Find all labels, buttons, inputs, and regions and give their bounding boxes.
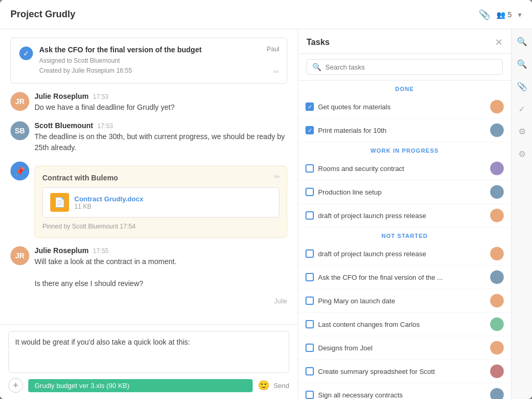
task-item-avatar: [490, 317, 504, 331]
tasks-section-label: NOT STARTED: [298, 227, 511, 242]
message-time: 17:55: [93, 247, 108, 255]
file-name: Contract Grudly.docx: [74, 195, 271, 203]
file-size: 11 KB: [74, 203, 271, 210]
task-item-label: Print materials for 10th: [318, 127, 486, 134]
task-item[interactable]: Designs from Joel: [298, 336, 511, 360]
chevron-down-icon[interactable]: ▾: [518, 10, 522, 19]
task-check-circle: ✓: [19, 47, 33, 60]
pinned-edit-icon[interactable]: ✏: [274, 173, 280, 181]
edit-icon[interactable]: ✏: [273, 67, 279, 76]
send-area: 🙂 Send: [258, 380, 289, 391]
chat-input-box[interactable]: It would be great if you'd also take a q…: [8, 331, 289, 373]
checkmark-sidebar-icon[interactable]: ✓: [516, 102, 527, 116]
task-item[interactable]: Last content changes from Carlos: [298, 313, 511, 336]
message-item: SB Scott Bluemount 17:53 The deadline is…: [10, 121, 287, 153]
task-item[interactable]: Ping Mary on launch date: [298, 289, 511, 313]
add-button[interactable]: +: [8, 378, 23, 393]
message-author: Scott Bluemount: [35, 121, 93, 130]
task-item-avatar: [490, 341, 504, 355]
task-card-content: Ask the CFO for the final version of the…: [39, 45, 278, 76]
send-button[interactable]: Send: [274, 382, 289, 390]
tasks-close-button[interactable]: ✕: [495, 37, 503, 48]
checkmark-icon: ✓: [23, 49, 29, 58]
task-card-title: Ask the CFO for the final version of the…: [39, 45, 278, 54]
task-item-avatar: [490, 294, 504, 307]
task-item[interactable]: Print materials for 10th: [298, 119, 511, 142]
file-info: Contract Grudly.docx 11 KB: [74, 195, 271, 210]
avatar: JR: [10, 92, 29, 111]
tasks-search: 🔍: [298, 54, 511, 81]
pinned-body: ✏ Contract with Bulemo 📄 Contract Grudly…: [35, 162, 287, 238]
task-item[interactable]: Sign all necessary contracts: [298, 383, 511, 399]
task-item-checkbox[interactable]: [305, 249, 314, 258]
search-input-wrap: 🔍: [307, 59, 503, 75]
right-sidebar: 🔍 🔍 📎 ✓ ⚙ ⚙: [511, 29, 532, 399]
tasks-title: Tasks: [307, 38, 330, 47]
task-item-checkbox[interactable]: [305, 211, 314, 220]
task-item-avatar: [490, 100, 504, 113]
filter-sidebar-icon[interactable]: 🔍: [515, 57, 529, 71]
attachment-icon[interactable]: 📎: [479, 9, 490, 20]
message-author: Julie Roseplum: [35, 92, 88, 100]
members-count[interactable]: 👥 5: [496, 10, 512, 19]
tasks-header: Tasks ✕: [298, 29, 511, 54]
task-item[interactable]: Rooms and security contract: [298, 157, 511, 180]
task-item-avatar: [490, 209, 504, 222]
members-icon: 👥: [496, 10, 505, 19]
message-text: Will take a look at the contract in a mo…: [35, 256, 287, 289]
search-sidebar-icon[interactable]: 🔍: [515, 35, 529, 49]
task-item[interactable]: draft of project launch press release: [298, 242, 511, 266]
pinned-title: Contract with Bulemo: [42, 174, 279, 182]
message-body: Julie Roseplum 17:53 Do we have a final …: [35, 92, 287, 113]
task-card: ✓ Ask the CFO for the final version of t…: [10, 38, 287, 84]
task-item[interactable]: Get quotes for materials: [298, 95, 511, 119]
header: Project Grudly 📎 👥 5 ▾: [0, 0, 532, 29]
settings-sidebar-icon[interactable]: ⚙: [516, 124, 528, 139]
emoji-icon[interactable]: 🙂: [258, 380, 269, 391]
task-item-checkbox[interactable]: [305, 320, 314, 328]
task-item-checkbox[interactable]: [305, 297, 314, 305]
task-card-assigned: Assigned to Scott Bluemount: [39, 56, 278, 66]
task-item-label: Production line setup: [318, 188, 486, 196]
task-item-checkbox[interactable]: [305, 344, 314, 352]
task-item-label: draft of project launch press release: [318, 250, 486, 258]
task-item-label: Sign all necessary contracts: [318, 391, 486, 399]
task-item-label: Get quotes for materials: [318, 103, 486, 111]
task-item-label: Create summary spreadsheet for Scott: [318, 368, 486, 375]
task-item-checkbox[interactable]: [305, 367, 314, 375]
search-input[interactable]: [325, 63, 497, 71]
header-actions: 📎 👥 5 ▾: [479, 9, 522, 20]
task-item-checkbox[interactable]: [305, 391, 314, 399]
task-item-checkbox[interactable]: [305, 102, 314, 111]
task-item-checkbox[interactable]: [305, 164, 314, 173]
task-item[interactable]: Production line setup: [298, 180, 511, 204]
message-header: Julie Roseplum 17:53: [35, 92, 287, 100]
pinned-message: ✏ Contract with Bulemo 📄 Contract Grudly…: [35, 166, 287, 238]
task-item-avatar: [490, 388, 504, 399]
pinned-message-wrapper: 📌 ✏ Contract with Bulemo 📄 Contract Grud…: [10, 162, 287, 238]
task-item[interactable]: draft of project launch press release: [298, 204, 511, 227]
message-header: Julie Roseplum 17:55: [35, 246, 287, 255]
grid-sidebar-icon[interactable]: ⚙: [516, 147, 528, 161]
task-item-label: Rooms and security contract: [318, 165, 486, 173]
file-chip[interactable]: Grudly budget ver 3.xls (90 KB): [28, 379, 253, 392]
tasks-panel: Tasks ✕ 🔍 DONEGet quotes for materialsPr…: [298, 29, 511, 399]
pin-avatar: 📌: [10, 162, 29, 180]
task-item-checkbox[interactable]: [305, 126, 314, 134]
task-item-avatar: [490, 247, 504, 260]
message-author: Julie Roseplum: [35, 246, 88, 255]
message-author-right: Julie: [10, 298, 287, 305]
paperclip-sidebar-icon[interactable]: 📎: [515, 79, 529, 94]
chat-panel: ✓ Ask the CFO for the final version of t…: [0, 29, 298, 399]
main-content: ✓ Ask the CFO for the final version of t…: [0, 29, 532, 399]
pinned-by: Pinned by Scott Bluemount 17:54: [42, 223, 279, 230]
task-item-checkbox[interactable]: [305, 188, 314, 196]
message-body: Scott Bluemount 17:53 The deadline is on…: [35, 121, 287, 153]
file-attachment[interactable]: 📄 Contract Grudly.docx 11 KB: [42, 187, 279, 218]
task-item[interactable]: Ask the CFO for the final version of the…: [298, 266, 511, 289]
task-item-checkbox[interactable]: [305, 273, 314, 281]
search-icon: 🔍: [312, 63, 321, 71]
chat-messages: ✓ Ask the CFO for the final version of t…: [0, 29, 298, 324]
task-card-author: Paul: [267, 45, 279, 53]
task-item[interactable]: Create summary spreadsheet for Scott: [298, 360, 511, 383]
